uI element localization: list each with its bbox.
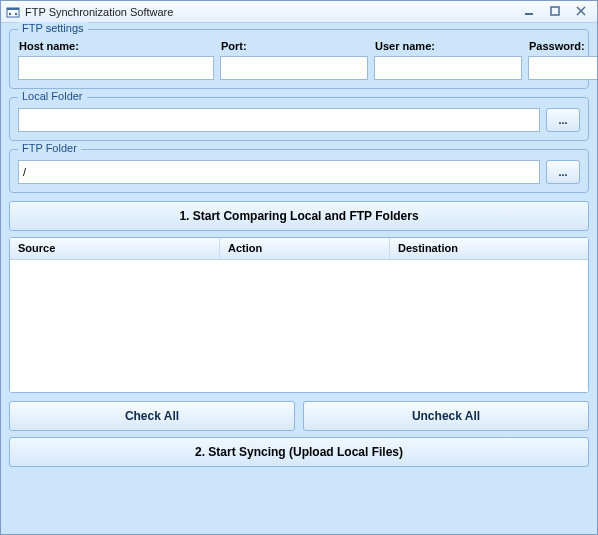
ftp-settings-group: FTP settings Host name: Port: User name:…	[9, 29, 589, 89]
local-folder-browse-button[interactable]: ...	[546, 108, 580, 132]
port-label: Port:	[220, 40, 368, 52]
local-folder-input[interactable]	[18, 108, 540, 132]
start-sync-button[interactable]: 2. Start Syncing (Upload Local Files)	[9, 437, 589, 467]
local-folder-legend: Local Folder	[18, 90, 87, 102]
col-destination[interactable]: Destination	[390, 238, 588, 259]
ftp-settings-legend: FTP settings	[18, 22, 88, 34]
close-button[interactable]	[569, 4, 593, 20]
titlebar: FTP Synchronization Software	[1, 1, 597, 23]
minimize-button[interactable]	[517, 4, 541, 20]
ftp-folder-input[interactable]	[18, 160, 540, 184]
col-action[interactable]: Action	[220, 238, 390, 259]
port-input[interactable]	[220, 56, 368, 80]
svg-point-2	[9, 12, 11, 14]
local-folder-group: Local Folder ...	[9, 97, 589, 141]
window-title: FTP Synchronization Software	[25, 6, 515, 18]
user-label: User name:	[374, 40, 522, 52]
maximize-button[interactable]	[543, 4, 567, 20]
result-list: Source Action Destination	[9, 237, 589, 393]
password-label: Password:	[528, 40, 598, 52]
uncheck-all-button[interactable]: Uncheck All	[303, 401, 589, 431]
svg-rect-1	[7, 8, 19, 10]
host-label: Host name:	[18, 40, 214, 52]
app-icon	[5, 4, 21, 20]
ftp-folder-legend: FTP Folder	[18, 142, 81, 154]
list-header: Source Action Destination	[10, 238, 588, 260]
host-input[interactable]	[18, 56, 214, 80]
check-all-button[interactable]: Check All	[9, 401, 295, 431]
ftp-folder-group: FTP Folder ...	[9, 149, 589, 193]
list-body[interactable]	[10, 260, 588, 392]
ftp-folder-browse-button[interactable]: ...	[546, 160, 580, 184]
svg-point-3	[15, 12, 17, 14]
user-input[interactable]	[374, 56, 522, 80]
start-compare-button[interactable]: 1. Start Comparing Local and FTP Folders	[9, 201, 589, 231]
svg-rect-5	[551, 7, 559, 15]
col-source[interactable]: Source	[10, 238, 220, 259]
password-input[interactable]	[528, 56, 598, 80]
